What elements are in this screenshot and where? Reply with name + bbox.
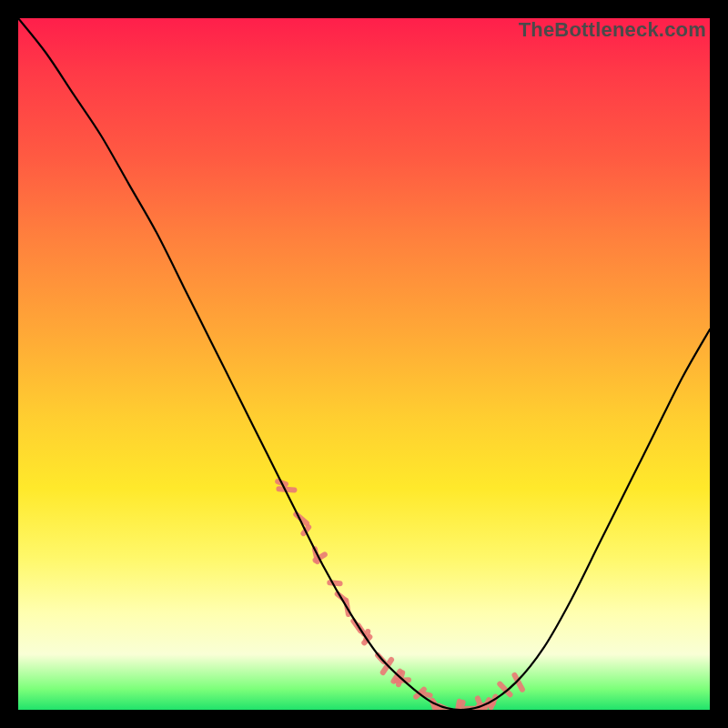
bottleneck-curve — [18, 18, 710, 710]
tick-marks-group — [274, 478, 526, 710]
chart-frame: TheBottleneck.com — [18, 18, 710, 710]
chart-svg — [18, 18, 710, 710]
plot-area: TheBottleneck.com — [18, 18, 710, 710]
